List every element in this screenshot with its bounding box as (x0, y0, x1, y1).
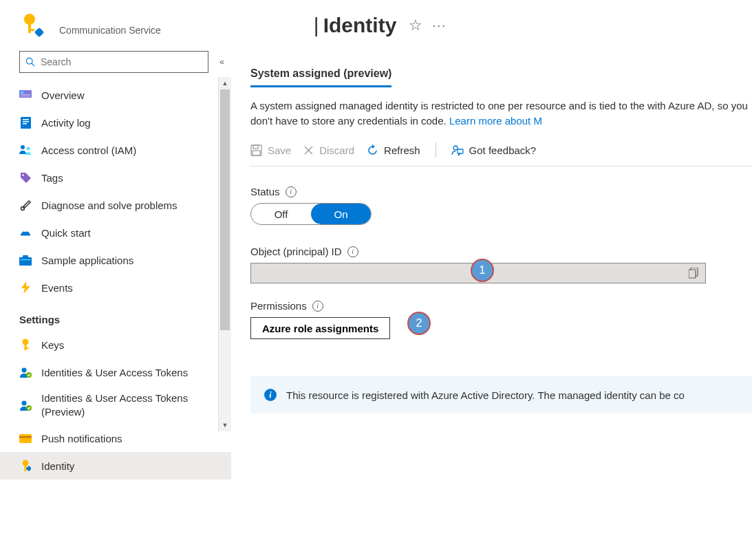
svg-point-40 (453, 146, 458, 150)
status-toggle[interactable]: Off On (250, 203, 372, 225)
sidebar-item-label: Overview (41, 89, 85, 101)
toolbar-divider (436, 142, 436, 158)
svg-point-28 (26, 405, 32, 411)
quick-start-icon (19, 226, 32, 239)
permissions-label: Permissions (250, 300, 307, 312)
activity-log-icon (19, 116, 32, 129)
svg-rect-20 (23, 255, 28, 258)
svg-rect-13 (23, 123, 27, 125)
svg-rect-8 (21, 94, 30, 95)
svg-rect-6 (19, 90, 32, 98)
sidebar-item-identities-preview[interactable]: Identities & User Access Tokens (Preview… (0, 386, 231, 424)
overview-icon (19, 89, 32, 101)
object-id-label-row: Object (principal) ID i (250, 246, 752, 257)
sidebar-item-label: Identities & User Access Tokens (41, 367, 188, 378)
permissions-label-row: Permissions i (250, 300, 752, 312)
app-root: Communication Service | Identity ☆ ··· « (0, 0, 752, 560)
sidebar-item-activity-log[interactable]: Activity log (0, 109, 231, 136)
svg-rect-11 (23, 119, 29, 120)
sidebar-item-overview[interactable]: Overview (0, 81, 231, 109)
copy-icon[interactable] (682, 268, 705, 279)
annotation-badge-1: 1 (471, 259, 494, 282)
info-icon[interactable]: i (312, 301, 323, 312)
sidebar-item-tags[interactable]: Tags (0, 164, 231, 191)
sidebar-item-label: Quick start (41, 227, 91, 239)
sidebar-item-keys[interactable]: Keys (0, 331, 231, 358)
scroll-down-icon[interactable]: ▼ (219, 419, 231, 431)
save-label: Save (268, 144, 291, 156)
keys-icon (19, 338, 32, 351)
sidebar-scroll: Overview Activity log Access control (IA… (0, 77, 231, 560)
sidebar-section-settings: Settings (0, 301, 231, 331)
feedback-button[interactable]: Got feedback? (451, 144, 537, 156)
description-text: A system assigned managed identity is re… (250, 98, 752, 129)
sample-apps-icon (19, 254, 32, 266)
discard-label: Discard (319, 144, 354, 156)
svg-rect-41 (458, 149, 463, 153)
scroll-up-icon[interactable]: ▲ (219, 77, 231, 89)
azure-role-assignments-button[interactable]: Azure role assignments (250, 317, 390, 339)
svg-rect-21 (21, 259, 30, 260)
sidebar-item-label: Keys (41, 339, 64, 351)
svg-rect-32 (24, 465, 26, 471)
identities-preview-icon (19, 399, 32, 411)
search-input[interactable] (39, 56, 202, 68)
save-icon (250, 144, 262, 156)
sidebar-item-label: Identity (41, 460, 74, 472)
sidebar-item-label: Diagnose and solve problems (41, 200, 178, 211)
object-id-label: Object (principal) ID (250, 246, 342, 257)
sidebar-item-push[interactable]: Push notifications (0, 424, 231, 452)
save-button[interactable]: Save (250, 144, 291, 156)
sidebar-item-identity[interactable]: Identity (0, 452, 231, 480)
events-icon (19, 281, 32, 294)
sidebar-item-diagnose[interactable]: Diagnose and solve problems (0, 191, 231, 219)
favorite-star-icon[interactable]: ☆ (409, 17, 422, 34)
svg-rect-36 (253, 145, 258, 149)
sidebar-search-row: « (0, 51, 231, 77)
sidebar-item-identities[interactable]: Identities & User Access Tokens (0, 358, 231, 386)
svg-rect-34 (25, 466, 30, 471)
discard-button[interactable]: Discard (303, 144, 354, 156)
svg-point-26 (26, 372, 32, 378)
annotation-badge-2: 2 (407, 312, 431, 335)
sidebar-item-label: Access control (IAM) (41, 144, 136, 156)
collapse-sidebar-icon[interactable]: « (217, 54, 227, 69)
diagnose-icon (19, 199, 32, 211)
sidebar-item-access-control[interactable]: Access control (IAM) (0, 136, 231, 164)
search-box[interactable] (19, 51, 208, 73)
page-title: Identity (323, 14, 397, 37)
info-icon[interactable]: i (286, 186, 297, 197)
status-label-row: Status i (250, 186, 752, 197)
info-banner: i This resource is registered with Azure… (250, 376, 752, 413)
status-label: Status (250, 186, 280, 197)
svg-rect-2 (28, 29, 34, 31)
scroll-thumb[interactable] (220, 89, 230, 330)
nav-list: Overview Activity log Access control (IA… (0, 77, 231, 484)
svg-rect-19 (19, 257, 32, 266)
identities-icon (19, 366, 32, 378)
main-content: System assigned (preview) A system assig… (231, 51, 752, 560)
svg-point-25 (21, 367, 26, 372)
toolbar: Save Discard Refresh Got feedback? (250, 142, 752, 166)
more-actions-icon[interactable]: ··· (432, 19, 447, 33)
refresh-icon (367, 144, 378, 156)
info-icon[interactable]: i (347, 246, 358, 257)
feedback-icon (451, 144, 464, 156)
sidebar: « Overview Activity log Access control (… (0, 51, 231, 560)
refresh-button[interactable]: Refresh (367, 144, 420, 156)
sidebar-item-label: Identities & User Access Tokens (Preview… (41, 391, 224, 419)
svg-point-16 (22, 174, 24, 176)
svg-rect-30 (19, 436, 32, 438)
tab-row: System assigned (preview) (250, 63, 752, 87)
tab-system-assigned[interactable]: System assigned (preview) (250, 63, 391, 87)
learn-more-link[interactable]: Learn more about M (449, 115, 542, 127)
sidebar-item-label: Events (41, 282, 73, 294)
toggle-off[interactable]: Off (251, 204, 311, 224)
sidebar-item-quick-start[interactable]: Quick start (0, 219, 231, 246)
discard-icon (303, 145, 314, 155)
sidebar-item-events[interactable]: Events (0, 274, 231, 301)
sidebar-scrollbar[interactable]: ▲ ▼ (218, 77, 231, 431)
toggle-on[interactable]: On (311, 204, 371, 224)
sidebar-item-sample-apps[interactable]: Sample applications (0, 246, 231, 274)
svg-point-14 (21, 145, 25, 149)
